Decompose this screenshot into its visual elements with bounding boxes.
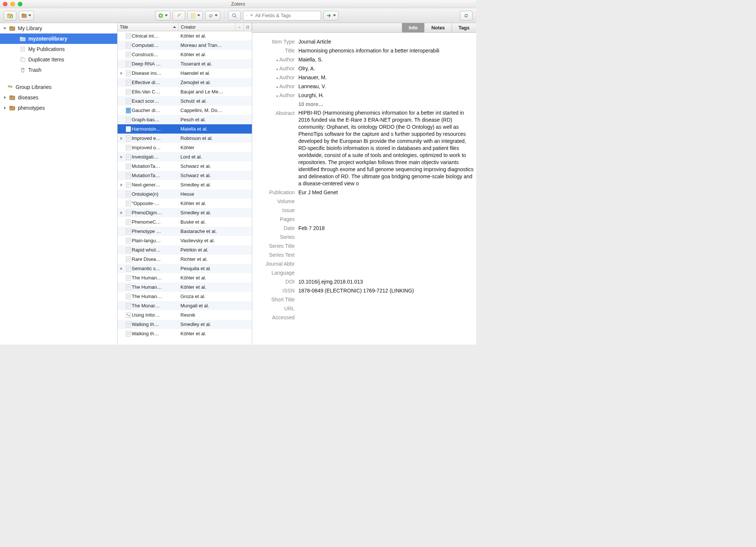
item-row[interactable]: Deep RNA …Tisserant et al. — [118, 59, 252, 68]
item-row[interactable]: The Human…Köhler et al. — [118, 273, 252, 282]
library-sidebar: My Library myzoterolibraryMy Publication… — [0, 23, 118, 345]
more-authors-link[interactable]: 10 more… — [298, 100, 476, 108]
item-creator: Vasilevsky et al. — [179, 238, 252, 243]
item-row[interactable]: Gaucher di…Cappellini, M. Do… — [118, 106, 252, 115]
item-row[interactable]: Improved e…Robinson et al. — [118, 134, 252, 143]
field-value-abstract[interactable]: HIPBI-RD (Harmonising phenomics informat… — [298, 109, 476, 187]
field-label-author[interactable]: Author — [252, 65, 298, 72]
sync-button[interactable] — [460, 11, 472, 20]
new-collection-button[interactable] — [4, 11, 16, 20]
sidebar-item[interactable]: myzoterolibrary — [0, 33, 117, 44]
item-creator: Robinson et al. — [179, 135, 252, 141]
item-row[interactable]: Rapid whol…Petrikin et al. — [118, 245, 252, 255]
disclosure-triangle-icon[interactable] — [118, 182, 125, 188]
disclosure-triangle-icon[interactable] — [118, 210, 125, 215]
item-row[interactable]: Semantic s…Pesquita et al. — [118, 264, 252, 273]
sidebar-item[interactable]: Trash — [0, 65, 117, 75]
item-row[interactable]: Improved o…Köhler — [118, 143, 252, 152]
item-row[interactable]: Investigati…Lord et al. — [118, 152, 252, 161]
item-row[interactable]: Disease ins…Haendel et al. — [118, 68, 252, 78]
disclosure-triangle-icon[interactable] — [3, 26, 7, 30]
item-row[interactable]: PhenoDigm…Smedley et al. — [118, 208, 252, 217]
item-row[interactable]: The Human…Groza et al. — [118, 292, 252, 301]
field-label-author[interactable]: Author — [252, 74, 298, 81]
document-icon — [125, 80, 132, 86]
tab-notes[interactable]: Notes — [424, 23, 451, 32]
sidebar-group-item[interactable]: diseases — [0, 92, 117, 103]
item-row[interactable]: Computati…Moreau and Tran… — [118, 41, 252, 50]
disclosure-triangle-icon[interactable] — [3, 96, 7, 99]
item-row[interactable]: Ontologie(n)Hesse — [118, 189, 252, 199]
column-header-creator[interactable]: Creator — [179, 23, 236, 31]
sidebar-item[interactable]: My Publications — [0, 44, 117, 54]
field-value-author[interactable]: Lanneau, V. — [298, 83, 476, 90]
sidebar-item-label: My Library — [18, 25, 42, 31]
sidebar-group-libraries[interactable]: Group Libraries — [0, 82, 117, 92]
disclosure-triangle-icon[interactable] — [3, 106, 7, 110]
item-list[interactable]: Clinical int…Köhler et al.Computati…More… — [118, 31, 252, 345]
item-row[interactable]: Plain-langu…Vasilevsky et al. — [118, 236, 252, 245]
field-value-date[interactable]: Feb 7 2018 — [298, 224, 476, 232]
field-value-title[interactable]: Harmonising phenomics information for a … — [298, 47, 476, 54]
field-value-author[interactable]: Hanauer, M. — [298, 74, 476, 81]
item-title: Constructi… — [132, 52, 179, 57]
search-input[interactable] — [255, 13, 318, 18]
item-row[interactable]: Graph-bas…Pesch et al. — [118, 115, 252, 124]
sidebar-group-item[interactable]: phenotypes — [0, 103, 117, 113]
field-label-author[interactable]: Author — [252, 83, 298, 90]
disclosure-triangle-icon[interactable] — [118, 70, 125, 76]
field-label-author[interactable]: Author — [252, 56, 298, 63]
new-library-button[interactable] — [19, 11, 34, 20]
item-row[interactable]: The Human…Köhler et al. — [118, 282, 252, 292]
column-header-title[interactable]: Title — [118, 23, 179, 31]
item-row[interactable]: Harmonisin…Maiella et al. — [118, 124, 252, 134]
item-row[interactable]: Phenotype …Bastarache et al. — [118, 227, 252, 236]
locate-button[interactable] — [323, 11, 339, 20]
item-row[interactable]: Effective di…Zemojtel et al. — [118, 78, 252, 87]
item-title: PhenomeC… — [132, 219, 179, 225]
new-item-button[interactable] — [155, 11, 170, 20]
item-row[interactable]: Constructi…Köhler et al. — [118, 50, 252, 59]
add-by-identifier-button[interactable] — [173, 11, 185, 20]
item-row[interactable]: Rare Disea…Richter et al. — [118, 255, 252, 264]
svg-rect-25 — [246, 27, 247, 28]
tab-tags[interactable]: Tags — [452, 23, 476, 32]
item-row[interactable]: Ellis-Van C…Baujat and Le Me… — [118, 87, 252, 96]
sidebar-my-library[interactable]: My Library — [0, 23, 117, 33]
item-row[interactable]: Walking th…Smedley et al. — [118, 320, 252, 329]
window-title: Zotero — [0, 1, 476, 7]
field-value-doi[interactable]: 10.1016/j.ejmg.2018.01.013 — [298, 278, 476, 285]
item-title: Clinical int… — [132, 33, 179, 39]
dup-icon — [19, 57, 26, 63]
advanced-search-button[interactable] — [228, 11, 241, 20]
disclosure-triangle-icon[interactable] — [118, 154, 125, 160]
item-row[interactable]: "Opposite-…Köhler et al. — [118, 199, 252, 208]
item-row[interactable]: MutationTa…Schwarz et al. — [118, 171, 252, 180]
item-row[interactable]: PhenomeC…Buske et al. — [118, 217, 252, 227]
document-icon — [125, 135, 132, 141]
tab-info[interactable]: Info — [402, 23, 425, 32]
field-value-author[interactable]: Maiella, S. — [298, 56, 476, 63]
item-row[interactable]: Walking th…Köhler et al. — [118, 329, 252, 338]
field-value-publication[interactable]: Eur J Med Genet — [298, 189, 476, 196]
search-field[interactable] — [243, 11, 321, 20]
field-value-issn[interactable]: 1878-0849 (ELECTRONIC) 1769-7212 (LINKIN… — [298, 287, 476, 294]
disclosure-triangle-icon[interactable] — [118, 135, 125, 141]
column-header-more[interactable] — [244, 23, 252, 31]
item-title: PhenoDigm… — [132, 210, 179, 215]
item-row[interactable]: The Monar…Mungall et al. — [118, 301, 252, 310]
attachment-button[interactable] — [205, 11, 220, 20]
item-row[interactable]: Exact scor…Schulz et al. — [118, 96, 252, 106]
item-row[interactable]: Clinical int…Köhler et al. — [118, 31, 252, 41]
field-value-author[interactable]: Olry, A. — [298, 65, 476, 72]
column-header-attachment[interactable] — [236, 23, 244, 31]
item-row[interactable]: MutationTa…Schwarz et al. — [118, 161, 252, 171]
field-label-author[interactable]: Author — [252, 92, 298, 99]
new-note-button[interactable] — [188, 11, 203, 20]
sidebar-item[interactable]: Duplicate Items — [0, 54, 117, 65]
field-value-item-type[interactable]: Journal Article — [298, 38, 476, 45]
field-value-author[interactable]: Lourghi, H. — [298, 92, 476, 99]
disclosure-triangle-icon[interactable] — [118, 266, 125, 271]
item-row[interactable]: Next-gener…Smedley et al. — [118, 180, 252, 189]
item-row[interactable]: Using Infor…Resnik — [118, 310, 252, 320]
